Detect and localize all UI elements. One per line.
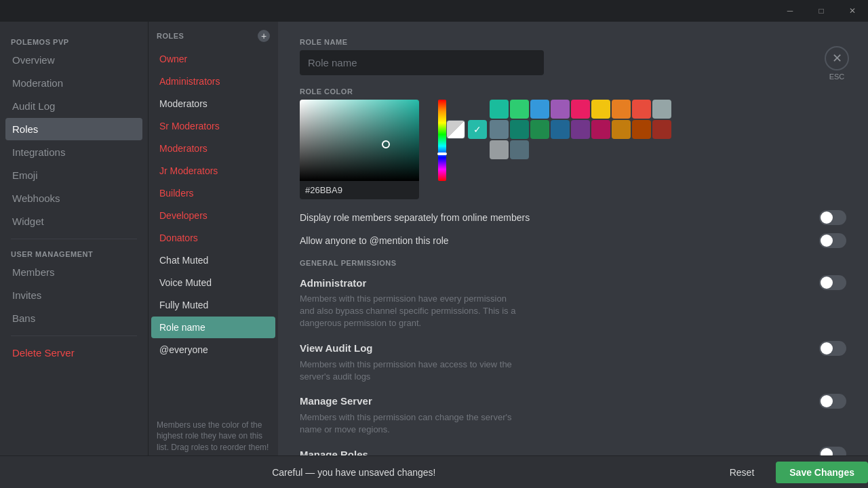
sidebar-item-widget[interactable]: Widget bbox=[5, 210, 142, 232]
swatch-row-1 bbox=[446, 100, 671, 159]
permission-view-audit-log-desc: Members with this permission have access… bbox=[300, 359, 524, 383]
role-item-donators[interactable]: Donators bbox=[151, 227, 275, 249]
general-permissions-label: GENERAL PERMISSIONS bbox=[300, 259, 846, 267]
color-hex-input[interactable]: #26BBA9 bbox=[300, 181, 419, 199]
swatch-1abc9c[interactable] bbox=[490, 100, 509, 119]
swatch-3498db[interactable] bbox=[530, 100, 549, 119]
permission-manage-server-name: Manage Server bbox=[300, 395, 372, 407]
permission-administrator-name: Administrator bbox=[300, 277, 366, 289]
swatch-1f8b4c[interactable] bbox=[530, 120, 549, 139]
sidebar-item-overview[interactable]: Overview bbox=[5, 49, 142, 71]
toggle-manage-server[interactable] bbox=[819, 394, 846, 409]
hue-slider[interactable] bbox=[438, 100, 446, 181]
role-color-label: ROLE COLOR bbox=[300, 87, 846, 96]
role-item-everyone[interactable]: @everyone bbox=[151, 339, 275, 361]
swatch-2ecc71[interactable] bbox=[510, 100, 529, 119]
display-option-1-label: Display role members separately from onl… bbox=[300, 212, 530, 223]
close-btn[interactable]: ✕ bbox=[837, 0, 868, 22]
display-toggle-1[interactable] bbox=[819, 210, 846, 225]
permission-administrator: Administrator Members with this permissi… bbox=[300, 275, 846, 330]
esc-label: ESC bbox=[829, 73, 845, 81]
swatch-e67e22[interactable] bbox=[612, 100, 631, 119]
sidebar-item-invites[interactable]: Invites bbox=[5, 284, 142, 306]
swatch-ad1457[interactable] bbox=[591, 120, 610, 139]
role-item-builders[interactable]: Builders bbox=[151, 182, 275, 204]
permission-manage-server-top: Manage Server bbox=[300, 394, 846, 409]
add-role-button[interactable]: + bbox=[258, 30, 270, 42]
roles-header: ROLES + bbox=[149, 22, 278, 47]
roles-column: ROLES + Owner Administrators Moderators … bbox=[148, 22, 278, 488]
color-swatch-selected[interactable] bbox=[468, 120, 487, 139]
bottom-bar: Careful — you have unsaved changes! Rese… bbox=[0, 455, 868, 488]
esc-icon: ✕ bbox=[825, 46, 849, 70]
gradient-dark bbox=[300, 100, 419, 181]
toggle-administrator[interactable] bbox=[819, 275, 846, 290]
swatch-607d8b[interactable] bbox=[490, 120, 509, 139]
color-gradient[interactable] bbox=[300, 100, 419, 181]
swatch-71368a[interactable] bbox=[571, 120, 590, 139]
sidebar-item-moderation[interactable]: Moderation bbox=[5, 72, 142, 94]
permission-manage-server-desc: Members with this permission can change … bbox=[300, 411, 524, 436]
server-name: POLEMOS PVP bbox=[5, 33, 142, 49]
role-item-jr-moderators[interactable]: Jr Moderators bbox=[151, 160, 275, 182]
minimize-btn[interactable]: ─ bbox=[774, 0, 806, 22]
color-swatches-container bbox=[446, 100, 671, 159]
role-item-owner[interactable]: Owner bbox=[151, 48, 275, 70]
main-content: ✕ ESC ROLE NAME ROLE COLOR #2 bbox=[278, 22, 868, 488]
sidebar-item-roles[interactable]: Roles bbox=[5, 118, 142, 140]
swatch-f1c40f[interactable] bbox=[591, 100, 610, 119]
color-picker[interactable]: #26BBA9 bbox=[300, 100, 435, 199]
sidebar: POLEMOS PVP Overview Moderation Audit Lo… bbox=[0, 22, 148, 488]
role-item-administrators[interactable]: Administrators bbox=[151, 70, 275, 92]
display-option-2: Allow anyone to @mention this role bbox=[300, 233, 846, 248]
user-management-label: USER MANAGEMENT bbox=[5, 245, 142, 261]
role-item-voice-muted[interactable]: Voice Muted bbox=[151, 272, 275, 293]
delete-server-item[interactable]: Delete Server bbox=[5, 342, 142, 364]
display-toggle-2[interactable] bbox=[819, 233, 846, 248]
display-option-1: Display role members separately from onl… bbox=[300, 210, 846, 225]
swatch-e91e63[interactable] bbox=[571, 100, 590, 119]
display-option-2-label: Allow anyone to @mention this role bbox=[300, 235, 449, 246]
sidebar-item-integrations[interactable]: Integrations bbox=[5, 141, 142, 163]
permission-administrator-top: Administrator bbox=[300, 275, 846, 290]
swatch-95a5a6[interactable] bbox=[652, 100, 671, 119]
swatch-546e7a[interactable] bbox=[510, 140, 529, 159]
sidebar-item-emoji[interactable]: Emoji bbox=[5, 164, 142, 186]
role-item-role-name[interactable]: Role name bbox=[151, 317, 275, 338]
role-name-label: ROLE NAME bbox=[300, 38, 846, 46]
swatch-206694[interactable] bbox=[551, 120, 570, 139]
permission-view-audit-log-top: View Audit Log bbox=[300, 341, 846, 356]
maximize-btn[interactable]: □ bbox=[806, 0, 837, 22]
sidebar-item-bans[interactable]: Bans bbox=[5, 307, 142, 329]
permission-view-audit-log-name: View Audit Log bbox=[300, 342, 373, 354]
app-body: POLEMOS PVP Overview Moderation Audit Lo… bbox=[0, 22, 868, 488]
swatch-e74c3c[interactable] bbox=[632, 100, 651, 119]
role-item-sr-moderators[interactable]: Sr Moderators bbox=[151, 115, 275, 137]
sidebar-item-webhooks[interactable]: Webhooks bbox=[5, 187, 142, 209]
role-item-moderators-sr[interactable]: Moderators bbox=[151, 93, 275, 115]
role-item-moderators[interactable]: Moderators bbox=[151, 138, 275, 159]
permission-view-audit-log: View Audit Log Members with this permiss… bbox=[300, 341, 846, 383]
color-grid bbox=[490, 100, 671, 159]
swatch-979c9f[interactable] bbox=[490, 140, 509, 159]
sidebar-item-audit-log[interactable]: Audit Log bbox=[5, 95, 142, 117]
role-item-developers[interactable]: Developers bbox=[151, 205, 275, 226]
swatch-9b59b6[interactable] bbox=[551, 100, 570, 119]
role-name-input[interactable] bbox=[300, 50, 544, 75]
role-item-chat-muted[interactable]: Chat Muted bbox=[151, 249, 275, 271]
reset-button[interactable]: Reset bbox=[719, 462, 766, 483]
swatch-a84300[interactable] bbox=[632, 120, 651, 139]
color-swatch-default[interactable] bbox=[446, 120, 465, 139]
sidebar-divider-2 bbox=[11, 336, 137, 336]
toggle-view-audit-log[interactable] bbox=[819, 341, 846, 356]
swatch-992d22[interactable] bbox=[652, 120, 671, 139]
role-item-fully-muted[interactable]: Fully Muted bbox=[151, 294, 275, 316]
esc-button[interactable]: ✕ ESC bbox=[825, 46, 849, 81]
swatch-c27c0e[interactable] bbox=[612, 120, 631, 139]
unsaved-changes-message: Careful — you have unsaved changes! bbox=[0, 467, 708, 478]
swatch-11806a[interactable] bbox=[510, 120, 529, 139]
save-button[interactable]: Save Changes bbox=[776, 462, 868, 483]
permission-administrator-desc: Members with this permission have every … bbox=[300, 293, 524, 330]
sidebar-item-members[interactable]: Members bbox=[5, 261, 142, 283]
permission-manage-server: Manage Server Members with this permissi… bbox=[300, 394, 846, 436]
